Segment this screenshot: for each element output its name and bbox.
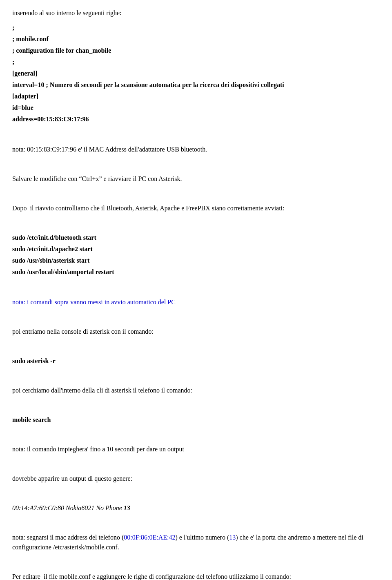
nota2-text: nota: i comandi sopra vanno messi in avv… [12,297,380,307]
code-line-semicolon2: ; [12,57,380,67]
blank-spacer11 [12,459,380,469]
code-line-general: [general] [12,69,380,78]
poi2-text: poi cerchiamo dall'interno della cli di … [12,386,380,395]
blank-spacer6 [12,312,380,322]
blank-spacer9 [12,400,380,410]
code-line-id: id=blue [12,103,380,113]
output-model: Nokia6021 No Phone [66,504,124,511]
blank-spacer3 [12,189,380,199]
blank-spacer14 [12,557,380,567]
code-section-config: ; ; mobile.conf ; configuration file for… [12,23,380,124]
nota3-text: nota: il comando impieghera' fino a 10 s… [12,444,380,454]
blank-spacer13 [12,518,380,528]
commands-section: sudo /etc/init.d/bluetooth start sudo /e… [12,233,380,277]
code-line-mobile-conf: ; mobile.conf [12,34,380,44]
poi1-text: poi entriamo nella console di asterisk c… [12,327,380,337]
code-line-adapter: [adapter] [12,91,380,101]
dopo-text: Dopo il riavvio controlliamo che il Blue… [12,203,380,213]
blank-spacer12 [12,489,380,498]
code-line-chan-mobile: ; configuration file for chan_mobile [12,46,380,56]
output-mac: 00:14:A7:60:C0:80 [12,504,64,511]
main-content: inserendo al suo interno le seguenti rig… [12,8,380,580]
nota4-num: 13 [229,534,236,541]
blank-spacer1 [12,130,380,140]
command-mobile-search: mobile search [12,415,380,425]
cmd-asterisk-start: sudo /usr/sbin/asterisk start [12,256,380,265]
blank-spacer8 [12,371,380,381]
nota1-text: nota: 00:15:83:C9:17:96 e' il MAC Addres… [12,145,380,154]
output-number: 13 [124,504,130,511]
intro-text: inserendo al suo interno le seguenti rig… [12,8,380,18]
blank-spacer5 [12,283,380,292]
blank-spacer2 [12,159,380,169]
code-line-semicolon1: ; [12,23,380,33]
output-line: 00:14:A7:60:C0:80 Nokia6021 No Phone 13 [12,503,380,513]
asterisk-r-bold: sudo asterisk -r [12,357,56,364]
per-editare-text: Per editare il file mobile.conf e aggiun… [12,572,380,580]
code-line-address: address=00:15:83:C9:17:96 [12,114,380,124]
cmd-apache2: sudo /etc/init.d/apache2 start [12,244,380,254]
cmd-amportal: sudo /usr/local/sbin/amportal restart [12,267,380,277]
salvare-text: Salvare le modifiche con “Ctrl+x” e riav… [12,174,380,184]
nota4-mac: 00:0F:86:0E:AE:42 [124,534,175,541]
cmd-bluetooth: sudo /etc/init.d/bluetooth start [12,233,380,243]
command-asterisk-r: sudo asterisk -r [12,356,380,366]
blank-spacer7 [12,341,380,351]
blank-spacer10 [12,430,380,439]
mobile-search-bold: mobile search [12,416,51,423]
blank-spacer4 [12,218,380,228]
code-line-interval: interval=10 ; Numero di secondi per la s… [12,80,380,90]
dovrebbe-text: dovrebbe apparire un output di questo ge… [12,474,380,484]
nota4-text: nota: segnarsi il mac address del telefo… [12,533,380,552]
